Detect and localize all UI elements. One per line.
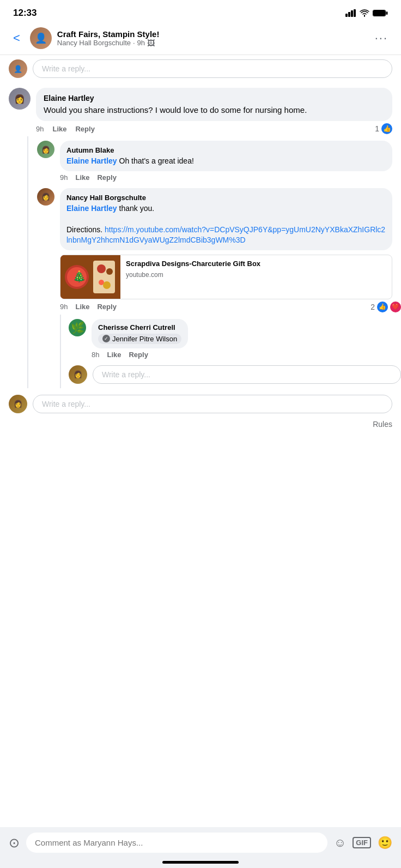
autumn-name: Autumn Blake [66,146,114,154]
youtube-card-domain: youtube.com [126,271,386,279]
group-avatar: 👤 [30,27,52,49]
elaine-reply-button[interactable]: Reply [75,125,94,133]
elaine-comment-actions: 9h Like Reply 1 👍 [0,121,401,136]
nancy-love-emoji: ❤️ [390,302,401,312]
tag-icon: ✓ [102,335,110,342]
header-subtitle: Nancy Hall Borgschulte · 9h 🖼 [57,39,365,47]
elaine-avatar: 👩 [9,88,31,110]
like-reaction-emoji: 👍 [381,123,392,134]
svg-point-16 [103,281,111,289]
elaine-like-button[interactable]: Like [52,125,66,133]
current-user-avatar-top: 👤 [9,59,27,78]
svg-rect-1 [348,12,350,17]
nancy-mention: Elaine Hartley [66,204,117,213]
cherisse-reply-actions: 8h Like Reply [69,348,401,361]
status-time: 12:33 [13,8,37,19]
elaine-name: Elaine Hartley [44,94,94,103]
separator: · [133,39,135,47]
nancy-name: Nancy Hall Borgschulte [66,194,146,202]
replies-container: 👩 Autumn Blake Elaine Hartley Oh that's … [27,136,401,388]
sticker-icon[interactable]: ☺ [334,836,346,850]
status-bar: 12:33 [0,0,401,23]
top-reply-input[interactable]: Write a reply... [33,59,392,78]
elaine-comment-text: Would you share instructions? I would lo… [44,104,385,116]
battery-icon [373,9,388,17]
nancy-like-emoji: 👍 [377,302,388,312]
cherisse-name: Cherisse Cherri Cutrell [98,323,181,331]
cherisse-reply-button[interactable]: Reply [129,351,148,359]
svg-rect-3 [354,9,356,17]
svg-rect-2 [351,10,353,17]
group-name: Craft Fairs, Stampin Style! [57,29,365,39]
nancy-reaction-count: 2 👍 ❤️ [370,302,401,312]
youtube-thumbnail: 🎄 [60,255,120,299]
nancy-reply-text: Elaine Hartley thank you. Directions. ht… [66,203,386,246]
jennifer-name: Jennifer Pitre Wilson [112,335,177,343]
rules-link[interactable]: Rules [0,418,401,431]
current-user-avatar-1: 👩 [69,365,87,384]
nancy-reply-time: 9h [60,303,68,311]
nancy-reply-content: Nancy Hall Borgschulte Elaine Hartley th… [60,188,392,299]
autumn-reply-bubble: Autumn Blake Elaine Hartley Oh that's a … [60,141,392,171]
youtube-link[interactable]: https://m.youtube.com/watch?v=DCpVSyQJP6… [66,225,385,245]
autumn-avatar: 👩 [37,141,54,158]
autumn-mention: Elaine Hartley [66,156,117,165]
comment-feed: 👤 Write a reply... 👩 Elaine Hartley Woul… [0,55,401,431]
autumn-like-button[interactable]: Like [75,173,89,182]
cherisse-reply-time: 8h [92,351,99,359]
nancy-like-button[interactable]: Like [75,303,89,311]
youtube-preview-card[interactable]: 🎄 Scrapdiva Designs-Charcuterie Gift Box… [60,255,392,299]
signal-icon [345,9,356,17]
elaine-comment-block: 👩 Elaine Hartley Would you share instruc… [0,82,401,121]
emoji-icon[interactable]: 🙂 [378,836,392,850]
reply-input-row-1: 👩 Write a reply... [69,361,401,388]
autumn-reply-block: 👩 Autumn Blake Elaine Hartley Oh that's … [37,136,401,171]
svg-point-14 [106,268,113,275]
elaine-reaction-count: 1 👍 [375,123,392,134]
autumn-reply-button[interactable]: Reply [97,173,116,182]
cherisse-reply-content: Cherisse Cherri Cutrell ✓ Jennifer Pitre… [92,319,188,348]
youtube-card-info: Scrapdiva Designs-Charcuterie Gift Box y… [120,255,392,299]
nancy-reaction-number: 2 [370,303,375,311]
more-options-button[interactable]: ··· [370,29,392,47]
nancy-reply-block: 👩 Nancy Hall Borgschulte Elaine Hartley … [37,184,401,299]
top-reply-input-row: 👤 Write a reply... [0,55,401,82]
autumn-reply-actions: 9h Like Reply [37,171,401,184]
nancy-reply-actions: 9h Like Reply 2 👍 ❤️ [37,299,401,315]
nancy-reply-bubble: Nancy Hall Borgschulte Elaine Hartley th… [60,188,392,250]
youtube-card-title: Scrapdiva Designs-Charcuterie Gift Box [126,260,386,269]
home-indicator [162,861,239,864]
svg-rect-7 [373,10,385,16]
photo-icon: 🖼 [147,39,155,47]
svg-rect-5 [386,11,388,15]
elaine-reaction-number: 1 [375,124,379,133]
gif-button[interactable]: GIF [353,837,371,848]
nancy-reply-button[interactable]: Reply [97,303,116,311]
back-button[interactable]: < [9,29,25,47]
current-user-avatar-2: 👩 [9,395,27,413]
reply-input-1[interactable]: Write a reply... [93,365,401,384]
bottom-reply-input-row: 👩 Write a reply... [0,388,401,418]
bottom-reply-input[interactable]: Write a reply... [33,395,392,413]
elaine-comment-time: 9h [36,125,44,133]
cherisse-mention-bubble: Cherisse Cherri Cutrell ✓ Jennifer Pitre… [92,319,188,348]
cherisse-like-button[interactable]: Like [107,351,121,359]
wifi-icon [360,9,369,17]
thumbnail-image: 🎄 [60,255,120,299]
svg-point-13 [97,264,106,273]
post-time: 9h [137,39,145,47]
status-icons [345,9,388,17]
elaine-comment-bubble: Elaine Hartley Would you share instructi… [36,88,392,121]
camera-icon[interactable]: ⊙ [9,835,20,851]
comment-input[interactable] [26,833,327,853]
post-author: Nancy Hall Borgschulte [57,39,131,47]
svg-rect-0 [345,14,348,17]
header: < 👤 Craft Fairs, Stampin Style! Nancy Ha… [0,23,401,55]
cherisse-avatar: 🌿 [69,319,86,336]
autumn-reply-body: Oh that's a great idea! [117,156,194,165]
nancy-thank-text: thank you. [117,204,155,213]
directions-label: Directions. [66,225,102,234]
nancy-avatar: 👩 [37,188,54,206]
header-info: Craft Fairs, Stampin Style! Nancy Hall B… [57,29,365,47]
jennifer-mention-tag: ✓ Jennifer Pitre Wilson [98,334,181,344]
